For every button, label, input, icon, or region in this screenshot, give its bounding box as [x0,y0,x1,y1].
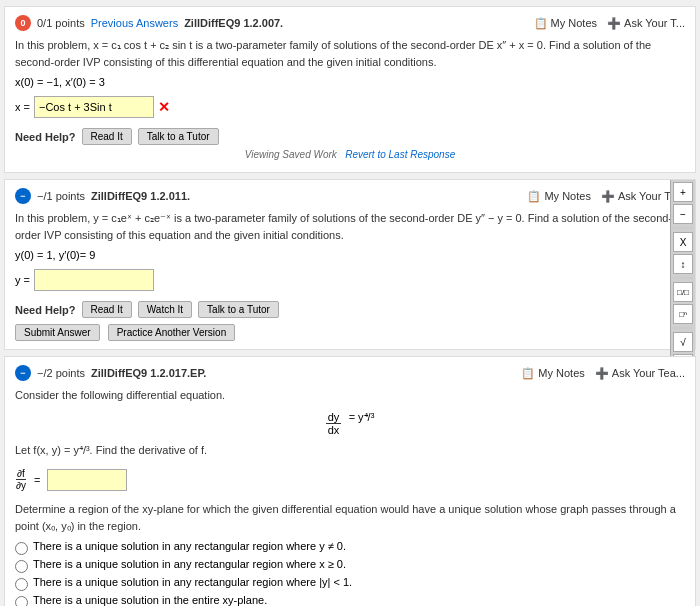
problem-1-answer-input[interactable] [34,96,154,118]
plus-icon-1: ➕ [607,17,621,30]
note-icon-1: 📋 [534,17,548,30]
radio-2[interactable] [15,560,28,573]
tool-arrow[interactable]: ↕ [673,254,693,274]
watch-it-btn-2[interactable]: Watch It [138,301,192,318]
problem-1-id: ZillDiffEQ9 1.2.007. [184,17,283,29]
dy-dx-rhs: = y⁴/³ [349,411,375,423]
my-notes-btn-3[interactable]: 📋 My Notes [521,367,584,380]
radio-1[interactable] [15,542,28,555]
radio-option-2: There is a unique solution in any rectan… [15,558,685,573]
problem-1-answer-box: x = ✕ [15,96,170,118]
ask-tutor-btn-1[interactable]: ➕ Ask Your T... [607,17,685,30]
tool-power[interactable]: □ⁿ [673,304,693,324]
my-notes-btn-2[interactable]: 📋 My Notes [527,190,590,203]
problem-2-help-row: Need Help? Read It Watch It Talk to a Tu… [15,301,685,318]
problem-2-section: − −/1 points ZillDiffEQ9 1.2.011. 📋 My N… [4,179,696,350]
tool-plus[interactable]: + [673,182,693,202]
problem-1-header: 0 0/1 points Previous Answers ZillDiffEQ… [15,15,685,31]
radio-4[interactable] [15,596,28,606]
tool-frac[interactable]: □/□ [673,282,693,302]
problem-2-answer-box: y = [15,269,154,291]
problem-3-answer-input[interactable] [47,469,127,491]
revert-link[interactable]: Revert to Last Response [345,149,455,160]
x-equals-label: x = [15,101,30,113]
radio-option-1: There is a unique solution in any rectan… [15,540,685,555]
tool-sqrt[interactable]: √ [673,332,693,352]
ask-tutor-label-3: Ask Your Tea... [612,367,685,379]
problem-1-header-right: 📋 My Notes ➕ Ask Your T... [534,17,685,30]
saved-work-text: Viewing Saved Work [245,149,337,160]
problem-3-answer-box: ∂f ∂y = [15,468,127,491]
radio-3[interactable] [15,578,28,591]
tool-separator-3 [673,327,693,329]
problem-3-header-right: 📋 My Notes ➕ Ask Your Tea... [521,367,685,380]
problem-2-header-left: − −/1 points ZillDiffEQ9 1.2.011. [15,188,190,204]
plus-icon-2: ➕ [601,190,615,203]
radio-label-1: There is a unique solution in any rectan… [33,540,346,552]
equals-sign: = [34,474,40,486]
talk-tutor-btn-1[interactable]: Talk to a Tutor [138,128,219,145]
df-dy-fraction: ∂f ∂y [15,468,27,491]
problem-2-header-right: 📋 My Notes ➕ Ask Your Te... [527,190,685,203]
differential-equation-display: dy dx = y⁴/³ [15,410,685,436]
y-equals-label: y = [15,274,30,286]
my-notes-label-2: My Notes [544,190,590,202]
problem-1-help-row: Need Help? Read It Talk to a Tutor [15,128,685,145]
tool-x[interactable]: X [673,232,693,252]
points-badge-3: − [15,365,31,381]
problem-1-text: In this problem, x = c₁ cos t + c₂ sin t… [15,37,685,70]
radio-option-4: There is a unique solution in the entire… [15,594,685,606]
df-numerator: ∂f [16,468,26,480]
ask-tutor-btn-3[interactable]: ➕ Ask Your Tea... [595,367,685,380]
problem-3-header: − −/2 points ZillDiffEQ9 1.2.017.EP. 📋 M… [15,365,685,381]
my-notes-label-1: My Notes [551,17,597,29]
tool-separator-2 [673,277,693,279]
points-badge-2: − [15,188,31,204]
radio-option-3: There is a unique solution in any rectan… [15,576,685,591]
note-icon-2: 📋 [527,190,541,203]
dy-denominator: dx [326,424,342,436]
problem-1-initial: x(0) = −1, x′(0) = 3 [15,76,685,88]
problem-2-header: − −/1 points ZillDiffEQ9 1.2.011. 📋 My N… [15,188,685,204]
read-it-btn-1[interactable]: Read It [82,128,132,145]
problem-3-header-left: − −/2 points ZillDiffEQ9 1.2.017.EP. [15,365,206,381]
need-help-label-2: Need Help? [15,304,76,316]
problem-2-id: ZillDiffEQ9 1.2.011. [91,190,190,202]
problem-3-points: −/2 points [37,367,85,379]
dy-dx-fraction: dy dx [326,411,342,436]
need-help-label-1: Need Help? [15,131,76,143]
my-notes-label-3: My Notes [538,367,584,379]
problem-2-points: −/1 points [37,190,85,202]
note-icon-3: 📋 [521,367,535,380]
saved-work-notice: Viewing Saved Work Revert to Last Respon… [15,149,685,160]
ask-tutor-label-1: Ask Your T... [624,17,685,29]
tool-separator-1 [673,227,693,229]
my-notes-btn-1[interactable]: 📋 My Notes [534,17,597,30]
plus-icon-3: ➕ [595,367,609,380]
prev-answers-link-1[interactable]: Previous Answers [91,17,178,29]
problem-3-id: ZillDiffEQ9 1.2.017.EP. [91,367,206,379]
problem-2-answer-input[interactable] [34,269,154,291]
practice-btn[interactable]: Practice Another Version [108,324,236,341]
problem-3-section: − −/2 points ZillDiffEQ9 1.2.017.EP. 📋 M… [4,356,696,606]
radio-label-2: There is a unique solution in any rectan… [33,558,346,570]
problem-3-text: Consider the following differential equa… [15,387,685,404]
submit-answer-btn[interactable]: Submit Answer [15,324,100,341]
problem-2-text: In this problem, y = c₁eˣ + c₂e⁻ˣ is a t… [15,210,685,243]
radio-label-4: There is a unique solution in the entire… [33,594,267,606]
wrong-mark-1: ✕ [158,99,170,115]
talk-tutor-btn-2[interactable]: Talk to a Tutor [198,301,279,318]
problem-2-submit-row: Submit Answer Practice Another Version [15,324,685,341]
initial-conditions-2: y(0) = 1, y′(0)= 9 [15,249,95,261]
math-tool-panel: + − X ↕ □/□ □ⁿ √ ! [670,180,695,376]
problem-3-let-text: Let f(x, y) = y⁴/³. Find the derivative … [15,442,685,459]
problem-3-determine-text: Determine a region of the xy-plane for w… [15,501,685,534]
dy-numerator: dy [326,411,342,424]
radio-options-group: There is a unique solution in any rectan… [15,540,685,606]
initial-conditions-1: x(0) = −1, x′(0) = 3 [15,76,105,88]
problem-1-header-left: 0 0/1 points Previous Answers ZillDiffEQ… [15,15,283,31]
problem-1-points: 0/1 points [37,17,85,29]
tool-minus[interactable]: − [673,204,693,224]
read-it-btn-2[interactable]: Read It [82,301,132,318]
problem-2-initial: y(0) = 1, y′(0)= 9 [15,249,685,261]
